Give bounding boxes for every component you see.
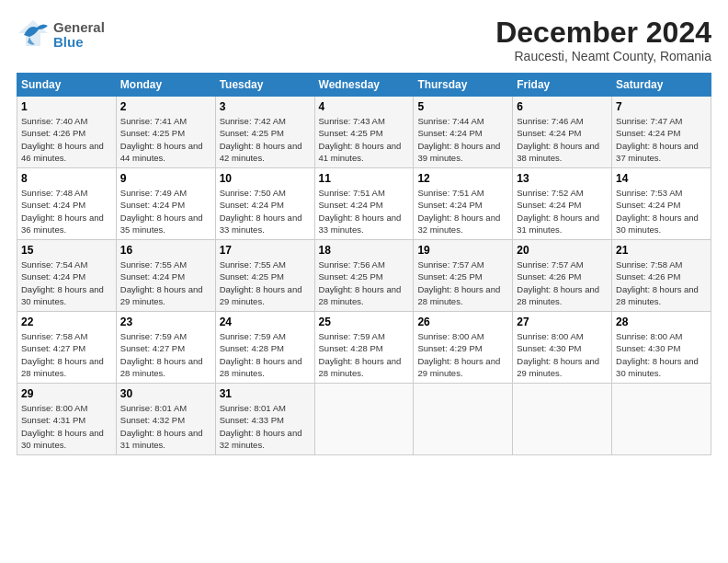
calendar-day-cell: 10Sunrise: 7:50 AM Sunset: 4:24 PM Dayli… (215, 168, 314, 240)
day-info: Sunrise: 7:50 AM Sunset: 4:24 PM Dayligh… (220, 187, 311, 236)
calendar-header-cell: Sunday (17, 74, 117, 97)
calendar-header-cell: Tuesday (215, 74, 314, 97)
calendar-day-cell: 1Sunrise: 7:40 AM Sunset: 4:26 PM Daylig… (17, 97, 117, 168)
calendar-header-cell: Monday (116, 74, 215, 97)
calendar-day-cell: 13Sunrise: 7:52 AM Sunset: 4:24 PM Dayli… (513, 168, 612, 240)
day-info: Sunrise: 7:55 AM Sunset: 4:24 PM Dayligh… (120, 259, 211, 307)
day-info: Sunrise: 7:53 AM Sunset: 4:24 PM Dayligh… (616, 187, 707, 236)
logo-general: General (53, 20, 105, 36)
day-number: 25 (319, 316, 410, 328)
calendar-day-cell: 7Sunrise: 7:47 AM Sunset: 4:24 PM Daylig… (612, 97, 711, 168)
header: General Blue December 2024 Raucesti, Nea… (17, 17, 711, 63)
day-number: 21 (616, 244, 707, 257)
day-number: 4 (319, 100, 410, 113)
day-number: 3 (220, 100, 311, 113)
day-number: 28 (616, 316, 707, 328)
day-number: 24 (220, 316, 311, 328)
day-info: Sunrise: 7:43 AM Sunset: 4:25 PM Dayligh… (319, 115, 410, 164)
day-number: 16 (120, 244, 211, 257)
calendar-day-cell: 2Sunrise: 7:41 AM Sunset: 4:25 PM Daylig… (116, 97, 215, 168)
calendar-day-cell (414, 384, 513, 455)
day-number: 12 (417, 172, 508, 185)
day-number: 14 (616, 172, 707, 185)
day-info: Sunrise: 7:46 AM Sunset: 4:24 PM Dayligh… (517, 115, 608, 164)
day-info: Sunrise: 7:44 AM Sunset: 4:24 PM Dayligh… (417, 115, 508, 164)
day-info: Sunrise: 7:52 AM Sunset: 4:24 PM Dayligh… (517, 187, 608, 236)
day-number: 26 (417, 316, 508, 328)
day-info: Sunrise: 7:51 AM Sunset: 4:24 PM Dayligh… (417, 187, 508, 236)
calendar-header-cell: Saturday (612, 74, 711, 97)
calendar-day-cell (314, 384, 414, 455)
day-number: 29 (21, 387, 112, 400)
day-number: 22 (21, 316, 112, 328)
day-number: 6 (517, 100, 608, 113)
calendar-week-row: 29Sunrise: 8:00 AM Sunset: 4:31 PM Dayli… (17, 384, 711, 455)
logo-text: General Blue (53, 20, 105, 51)
calendar-header-row: SundayMondayTuesdayWednesdayThursdayFrid… (17, 74, 711, 97)
day-number: 10 (220, 172, 311, 185)
calendar-day-cell (612, 384, 711, 455)
calendar-day-cell: 22Sunrise: 7:58 AM Sunset: 4:27 PM Dayli… (17, 312, 117, 384)
day-number: 2 (120, 100, 211, 113)
subtitle: Raucesti, Neamt County, Romania (495, 49, 711, 63)
day-info: Sunrise: 7:49 AM Sunset: 4:24 PM Dayligh… (120, 187, 211, 236)
day-info: Sunrise: 7:54 AM Sunset: 4:24 PM Dayligh… (21, 259, 112, 307)
main-title: December 2024 (495, 17, 711, 49)
title-block: December 2024 Raucesti, Neamt County, Ro… (495, 17, 711, 63)
calendar-day-cell: 6Sunrise: 7:46 AM Sunset: 4:24 PM Daylig… (513, 97, 612, 168)
day-number: 19 (417, 244, 508, 257)
logo: General Blue (17, 17, 105, 53)
day-number: 1 (21, 100, 112, 113)
day-number: 23 (120, 316, 211, 328)
calendar-day-cell: 29Sunrise: 8:00 AM Sunset: 4:31 PM Dayli… (17, 384, 117, 455)
day-number: 13 (517, 172, 608, 185)
calendar-day-cell: 26Sunrise: 8:00 AM Sunset: 4:29 PM Dayli… (414, 312, 513, 384)
calendar-day-cell: 15Sunrise: 7:54 AM Sunset: 4:24 PM Dayli… (17, 240, 117, 312)
calendar-week-row: 1Sunrise: 7:40 AM Sunset: 4:26 PM Daylig… (17, 97, 711, 168)
day-number: 11 (319, 172, 410, 185)
day-info: Sunrise: 8:01 AM Sunset: 4:33 PM Dayligh… (220, 402, 311, 451)
day-number: 18 (319, 244, 410, 257)
calendar-week-row: 22Sunrise: 7:58 AM Sunset: 4:27 PM Dayli… (17, 312, 711, 384)
calendar-table: SundayMondayTuesdayWednesdayThursdayFrid… (17, 73, 711, 455)
day-info: Sunrise: 7:57 AM Sunset: 4:25 PM Dayligh… (417, 259, 508, 307)
day-info: Sunrise: 7:57 AM Sunset: 4:26 PM Dayligh… (517, 259, 608, 307)
page: General Blue December 2024 Raucesti, Nea… (0, 0, 728, 563)
calendar-day-cell: 14Sunrise: 7:53 AM Sunset: 4:24 PM Dayli… (612, 168, 711, 240)
calendar-day-cell: 4Sunrise: 7:43 AM Sunset: 4:25 PM Daylig… (314, 97, 414, 168)
day-info: Sunrise: 8:01 AM Sunset: 4:32 PM Dayligh… (120, 402, 211, 451)
calendar-week-row: 15Sunrise: 7:54 AM Sunset: 4:24 PM Dayli… (17, 240, 711, 312)
calendar-day-cell: 19Sunrise: 7:57 AM Sunset: 4:25 PM Dayli… (414, 240, 513, 312)
calendar-week-row: 8Sunrise: 7:48 AM Sunset: 4:24 PM Daylig… (17, 168, 711, 240)
calendar-day-cell: 8Sunrise: 7:48 AM Sunset: 4:24 PM Daylig… (17, 168, 117, 240)
day-number: 8 (21, 172, 112, 185)
day-info: Sunrise: 8:00 AM Sunset: 4:29 PM Dayligh… (417, 330, 508, 379)
calendar-day-cell (513, 384, 612, 455)
calendar-day-cell: 25Sunrise: 7:59 AM Sunset: 4:28 PM Dayli… (314, 312, 414, 384)
calendar-day-cell: 28Sunrise: 8:00 AM Sunset: 4:30 PM Dayli… (612, 312, 711, 384)
day-info: Sunrise: 7:48 AM Sunset: 4:24 PM Dayligh… (21, 187, 112, 236)
calendar-header-cell: Friday (513, 74, 612, 97)
day-number: 15 (21, 244, 112, 257)
day-number: 17 (220, 244, 311, 257)
calendar-body: 1Sunrise: 7:40 AM Sunset: 4:26 PM Daylig… (17, 97, 711, 455)
calendar-day-cell: 27Sunrise: 8:00 AM Sunset: 4:30 PM Dayli… (513, 312, 612, 384)
day-info: Sunrise: 8:00 AM Sunset: 4:30 PM Dayligh… (517, 330, 608, 379)
day-info: Sunrise: 7:55 AM Sunset: 4:25 PM Dayligh… (220, 259, 311, 307)
calendar-day-cell: 5Sunrise: 7:44 AM Sunset: 4:24 PM Daylig… (414, 97, 513, 168)
calendar-day-cell: 21Sunrise: 7:58 AM Sunset: 4:26 PM Dayli… (612, 240, 711, 312)
day-number: 5 (417, 100, 508, 113)
day-info: Sunrise: 7:58 AM Sunset: 4:26 PM Dayligh… (616, 259, 707, 307)
day-number: 9 (120, 172, 211, 185)
day-number: 7 (616, 100, 707, 113)
calendar-day-cell: 31Sunrise: 8:01 AM Sunset: 4:33 PM Dayli… (215, 384, 314, 455)
day-info: Sunrise: 7:51 AM Sunset: 4:24 PM Dayligh… (319, 187, 410, 236)
calendar-header-cell: Thursday (414, 74, 513, 97)
calendar-day-cell: 17Sunrise: 7:55 AM Sunset: 4:25 PM Dayli… (215, 240, 314, 312)
calendar-day-cell: 16Sunrise: 7:55 AM Sunset: 4:24 PM Dayli… (116, 240, 215, 312)
calendar-header-cell: Wednesday (314, 74, 414, 97)
calendar-day-cell: 24Sunrise: 7:59 AM Sunset: 4:28 PM Dayli… (215, 312, 314, 384)
day-number: 27 (517, 316, 608, 328)
day-info: Sunrise: 7:59 AM Sunset: 4:27 PM Dayligh… (120, 330, 211, 379)
day-info: Sunrise: 8:00 AM Sunset: 4:31 PM Dayligh… (21, 402, 112, 451)
